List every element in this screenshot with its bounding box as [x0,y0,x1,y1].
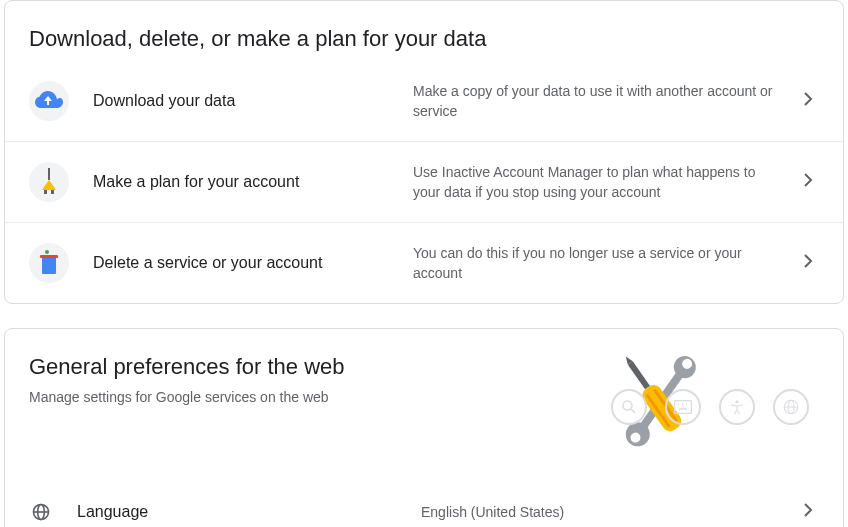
keyboard-icon [665,389,701,425]
plug-icon [29,162,69,202]
chevron-right-icon [795,168,819,196]
trash-icon [29,243,69,283]
cloud-download-icon [29,81,69,121]
preferences-illustration [559,353,819,463]
accessibility-icon [719,389,755,425]
card-subtitle: Manage settings for Google services on t… [29,389,559,405]
language-row[interactable]: Language English (United States) [5,471,843,527]
delete-service-row[interactable]: Delete a service or your account You can… [5,222,843,303]
card-header: General preferences for the web Manage s… [5,329,843,471]
make-a-plan-row[interactable]: Make a plan for your account Use Inactiv… [5,141,843,222]
row-description: Use Inactive Account Manager to plan wha… [413,162,795,202]
row-title: Delete a service or your account [93,254,413,272]
globe-icon [773,389,809,425]
svg-point-23 [736,400,739,403]
svg-rect-5 [40,255,58,258]
card-title: Download, delete, or make a plan for you… [29,25,819,53]
card-title: General preferences for the web [29,353,559,381]
svg-rect-1 [44,190,47,194]
download-your-data-row[interactable]: Download your data Make a copy of your d… [5,61,843,141]
chevron-right-icon [795,498,819,526]
svg-point-3 [45,250,49,254]
svg-rect-11 [628,361,650,389]
svg-line-17 [631,409,635,413]
row-description: You can do this if you no longer use a s… [413,243,795,283]
row-title: Language [77,503,421,521]
svg-rect-4 [42,256,56,274]
globe-icon [29,500,53,524]
svg-rect-2 [51,190,54,194]
svg-rect-0 [48,168,50,180]
chevron-right-icon [795,249,819,277]
download-delete-plan-card: Download, delete, or make a plan for you… [4,0,844,304]
row-value: English (United States) [421,502,795,522]
svg-rect-18 [675,401,692,414]
row-description: Make a copy of your data to use it with … [413,81,795,121]
card-header: Download, delete, or make a plan for you… [5,1,843,61]
search-icon [611,389,647,425]
chevron-right-icon [795,87,819,115]
general-preferences-card: General preferences for the web Manage s… [4,328,844,527]
row-title: Make a plan for your account [93,173,413,191]
row-title: Download your data [93,92,413,110]
svg-point-16 [623,401,632,410]
